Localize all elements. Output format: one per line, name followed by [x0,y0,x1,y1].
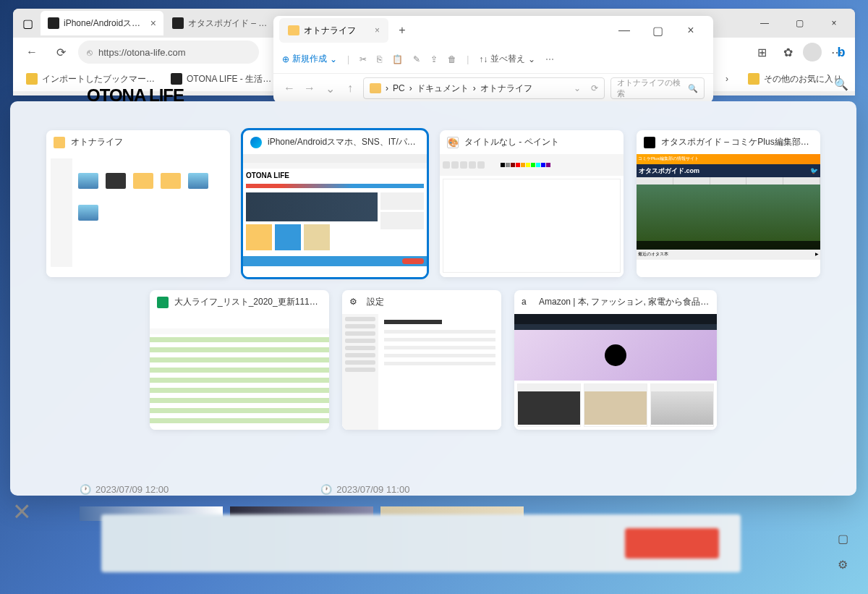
explorer-toolbar: ⊕ 新規作成 ⌄ | ✂ ⎘ 📋 ✎ ⇪ 🗑 | ↑↓ 並べ替え ⌄ ⋯ [273,45,713,74]
breadcrumb[interactable]: › PC › ドキュメント › オトナライフ ⌄ ⟳ [363,77,605,99]
window-controls: — ▢ × [608,20,707,41]
amazon-icon: a [522,297,533,308]
close-icon[interactable]: × [375,25,380,35]
clock-icon: 🕐 [320,484,332,495]
back-button[interactable]: ← [282,82,297,95]
chevron-down-icon[interactable]: ⌄ [323,82,337,96]
close-button[interactable]: × [817,12,851,34]
edge-icon [250,137,262,148]
rename-icon[interactable]: ✎ [413,54,420,64]
folder-icon [748,73,760,85]
share-icon[interactable]: ⇪ [430,54,438,64]
minimize-button[interactable]: — [608,20,641,41]
window-thumbnail-sheets[interactable]: 大人ライフ_リスト_2020_更新1118 - Google… [150,290,329,430]
search-icon: 🔍 [688,84,698,93]
tab-actions-button[interactable]: ▢ [17,13,38,33]
chevron-right-icon: › [473,83,476,93]
forward-button[interactable]: → [302,82,317,95]
maximize-button[interactable]: ▢ [783,12,816,34]
sheets-icon [157,297,169,308]
extensions-icon[interactable]: ⊞ [751,41,773,63]
copy-icon[interactable]: ⎘ [377,54,382,64]
paste-icon[interactable]: 📋 [392,54,403,64]
minimize-button[interactable]: — [748,12,781,34]
window-controls: — ▢ × [748,12,851,34]
site-icon [644,137,655,148]
thumbnail-row-2: 大人ライフ_リスト_2020_更新1118 - Google… ⚙ 設定 [46,290,820,430]
thumbnail-preview: OTONA LIFE [243,154,427,277]
close-icon[interactable]: × [13,494,31,529]
tab-favicon [172,17,184,29]
search-icon[interactable]: 🔍 [833,75,850,93]
folder-icon [288,25,299,35]
lock-icon: ⎋ [87,47,93,58]
chevron-down-icon: ⌄ [330,54,337,64]
tab-favicon [48,17,59,29]
paint-icon: 🎨 [447,137,459,148]
split-screen-icon[interactable]: ▢ [838,532,852,546]
twitter-icon: 🐦 [810,167,818,174]
collections-icon[interactable]: ✿ [777,41,799,63]
thumbnail-preview: コミケPlus編集部の情報サイト オタスポガイド.com 🐦 最近のオタス本 ▶ [637,154,820,277]
cut-icon[interactable]: ✂ [359,54,367,64]
thumbnail-preview [514,314,717,430]
maximize-button[interactable]: ▢ [641,20,674,41]
chevron-down-icon: ⌄ [528,54,535,64]
address-bar[interactable]: ⎋ https://otona-life.com [78,41,259,64]
window-thumbnail-settings[interactable]: ⚙ 設定 [342,290,501,430]
folder-icon [54,137,65,148]
folder-icon [26,73,38,85]
profile-avatar[interactable] [803,43,822,61]
thumbnail-preview [150,314,329,430]
explorer-tab-strip: オトナライフ × + — ▢ × [273,16,713,45]
gear-icon: ⚙ [349,297,361,308]
back-button[interactable]: ← [20,41,43,64]
thumbnail-row-1: オトナライフ iPhone/Androidスマホ、SNS、IT/パソコン、メ… [46,130,820,277]
tab-label: オタスポガイド – コミケ… [188,17,271,30]
thumbnail-preview [440,154,624,277]
refresh-icon[interactable]: ⟳ [591,83,598,93]
alt-tab-switcher: オトナライフ iPhone/Androidスマホ、SNS、IT/パソコン、メ… [10,101,856,496]
site-icon [171,73,182,85]
url-text: https://otona-life.com [98,47,186,58]
ad-banner[interactable] [101,514,741,572]
window-thumbnail-explorer[interactable]: オトナライフ [46,130,230,277]
plus-icon: ⊕ [282,54,289,64]
close-button[interactable]: × [674,20,707,41]
thumbnail-preview [46,154,230,277]
tab-label: iPhone/Androidスマ… [64,17,146,30]
gear-icon[interactable]: ⚙ [838,558,852,572]
more-icon[interactable]: ⋯ [545,54,554,64]
bookmarks-overflow-icon[interactable]: › [716,68,738,90]
search-input[interactable]: オトナライフの検索 🔍 [610,77,705,99]
chevron-right-icon: › [409,83,412,93]
window-thumbnail-edge-otona[interactable]: iPhone/Androidスマホ、SNS、IT/パソコン、メ… OTONA L… [243,130,427,277]
bing-icon[interactable]: b [833,43,850,61]
new-tab-button[interactable]: + [391,20,413,41]
sort-button[interactable]: ↑↓ 並べ替え ⌄ [479,53,535,65]
window-thumbnail-paint[interactable]: 🎨 タイトルなし - ペイント [440,130,624,277]
thumbnail-preview [342,314,501,430]
browser-tab-0[interactable]: iPhone/Androidスマ… × [41,11,163,35]
chevron-right-icon: › [386,83,388,93]
explorer-window: オトナライフ × + — ▢ × ⊕ 新規作成 ⌄ | ✂ ⎘ 📋 ✎ ⇪ 🗑 … [273,16,713,103]
close-icon[interactable]: × [150,17,156,29]
explorer-nav: ← → ⌄ ↑ › PC › ドキュメント › オトナライフ ⌄ ⟳ オトナライ… [273,74,713,103]
ad-cta-button[interactable] [625,528,719,559]
window-thumbnail-otaspo[interactable]: オタスポガイド – コミケPlus編集部の情報サイト コミケPlus編集部の情報… [637,130,820,277]
new-button[interactable]: ⊕ 新規作成 ⌄ [282,53,337,65]
window-thumbnail-amazon[interactable]: a Amazon | 本, ファッション, 家電から食品まで | アマゾン [514,290,717,430]
explorer-tab[interactable]: オトナライフ × [279,18,388,43]
delete-icon[interactable]: 🗑 [448,54,456,64]
folder-icon [370,83,381,93]
sort-icon: ↑↓ [479,54,488,64]
browser-tab-1[interactable]: オタスポガイド – コミケ… × [165,11,288,35]
clock-icon: 🕐 [80,484,91,495]
up-button[interactable]: ↑ [343,82,357,95]
sidebar-bottom-controls: ▢ ⚙ [838,532,852,572]
refresh-button[interactable]: ⟳ [49,41,72,64]
article-timestamps: 🕐2023/07/09 12:00 🕐2023/07/09 11:00 [80,484,409,495]
chevron-down-icon[interactable]: ⌄ [574,83,581,93]
